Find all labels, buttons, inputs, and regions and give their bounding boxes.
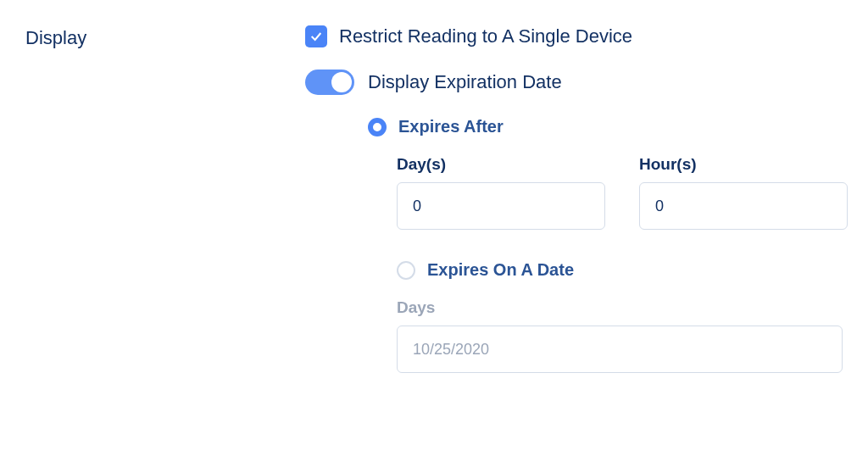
date-input[interactable] xyxy=(397,326,843,373)
date-label: Days xyxy=(397,298,868,317)
toggle-knob xyxy=(331,72,352,92)
expires-after-row: Expires After xyxy=(368,117,868,136)
restrict-device-row: Restrict Reading to A Single Device xyxy=(305,25,868,47)
hours-input[interactable] xyxy=(639,182,848,230)
days-input[interactable] xyxy=(397,182,605,230)
expiration-toggle-row: Display Expiration Date xyxy=(305,70,868,95)
section-label: Display xyxy=(25,25,305,49)
restrict-device-checkbox[interactable] xyxy=(305,25,327,47)
date-field-group: Days xyxy=(397,298,868,373)
expires-on-date-row: Expires On A Date xyxy=(397,260,868,280)
expires-on-date-label: Expires On A Date xyxy=(427,260,574,280)
hours-field-group: Hour(s) xyxy=(639,155,848,230)
expiration-toggle-label: Display Expiration Date xyxy=(368,71,562,93)
expires-after-label: Expires After xyxy=(398,117,504,136)
check-icon xyxy=(309,30,323,43)
expires-after-fields: Day(s) Hour(s) xyxy=(397,155,868,230)
days-label: Day(s) xyxy=(397,155,605,174)
days-field-group: Day(s) xyxy=(397,155,605,230)
expires-on-date-radio[interactable] xyxy=(397,261,415,280)
expiration-toggle[interactable] xyxy=(305,70,354,95)
expires-after-radio[interactable] xyxy=(368,118,387,136)
restrict-device-label: Restrict Reading to A Single Device xyxy=(339,25,632,47)
settings-panel: Restrict Reading to A Single Device Disp… xyxy=(305,25,868,373)
hours-label: Hour(s) xyxy=(639,155,848,174)
